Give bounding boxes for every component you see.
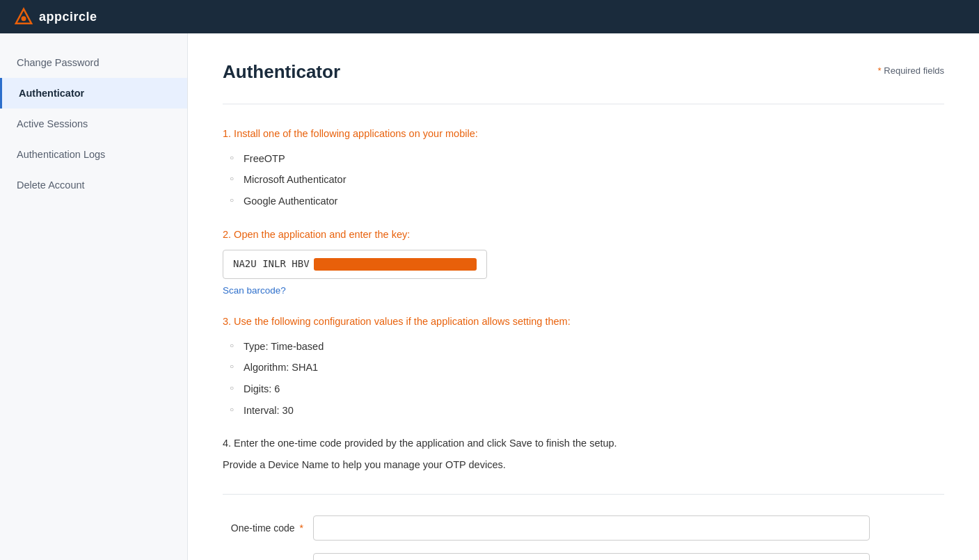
- list-item: Google Authenticator: [244, 191, 944, 212]
- list-item: Digits: 6: [244, 378, 944, 400]
- app-name: appcircle: [39, 10, 97, 24]
- otp-key-box: NA2U INLR HBV: [223, 250, 487, 279]
- step-3: 3. Use the following configuration value…: [223, 313, 944, 421]
- top-navigation: appcircle: [0, 0, 979, 33]
- otp-form-row: One-time code *: [223, 515, 944, 541]
- sidebar-item-authenticator[interactable]: Authenticator: [0, 78, 187, 109]
- step-4-text: 4. Enter the one-time code provided by t…: [223, 435, 944, 452]
- list-item: Algorithm: SHA1: [244, 357, 944, 378]
- list-item: Type: Time-based: [244, 336, 944, 358]
- required-fields-note: * Required fields: [878, 65, 944, 76]
- step-1: 1. Install one of the following applicat…: [223, 125, 944, 212]
- step-1-apps-list: FreeOTP Microsoft Authenticator Google A…: [223, 148, 944, 212]
- otp-key-redacted: [314, 258, 477, 271]
- step-4-sub: Provide a Device Name to help you manage…: [223, 456, 944, 474]
- device-name-form-row: Device Name: [223, 553, 944, 560]
- list-item: Microsoft Authenticator: [244, 169, 944, 191]
- list-item: Interval: 30: [244, 400, 944, 422]
- main-layout: Change Password Authenticator Active Ses…: [0, 33, 979, 560]
- step-4: 4. Enter the one-time code provided by t…: [223, 435, 944, 473]
- otp-required-mark: *: [297, 522, 303, 534]
- sidebar-item-authentication-logs[interactable]: Authentication Logs: [0, 139, 187, 170]
- otp-input[interactable]: [313, 515, 870, 541]
- form-section: One-time code * Device Name Cancel Save: [223, 494, 944, 560]
- app-logo-icon: [14, 7, 33, 26]
- otp-key-visible: NA2U INLR HBV: [233, 256, 310, 273]
- step-2-header: 2. Open the application and enter the ke…: [223, 226, 944, 243]
- content-header: Authenticator * Required fields: [223, 61, 944, 83]
- sidebar: Change Password Authenticator Active Ses…: [0, 33, 188, 560]
- config-list: Type: Time-based Algorithm: SHA1 Digits:…: [223, 336, 944, 422]
- step-1-header: 1. Install one of the following applicat…: [223, 125, 944, 143]
- app-logo[interactable]: appcircle: [14, 7, 97, 26]
- required-asterisk: *: [878, 65, 882, 76]
- list-item: FreeOTP: [244, 148, 944, 170]
- svg-marker-0: [16, 9, 31, 24]
- main-content: Authenticator * Required fields 1. Insta…: [188, 33, 979, 560]
- section-divider: [223, 104, 944, 104]
- scan-barcode-link[interactable]: Scan barcode?: [223, 283, 944, 299]
- step-2: 2. Open the application and enter the ke…: [223, 226, 944, 299]
- step-3-header: 3. Use the following configuration value…: [223, 313, 944, 330]
- device-name-input[interactable]: [313, 553, 870, 560]
- sidebar-item-change-password[interactable]: Change Password: [0, 47, 187, 78]
- sidebar-item-delete-account[interactable]: Delete Account: [0, 170, 187, 200]
- svg-point-1: [22, 16, 26, 21]
- page-title: Authenticator: [223, 61, 340, 83]
- sidebar-item-active-sessions[interactable]: Active Sessions: [0, 109, 187, 139]
- otp-label: One-time code *: [223, 522, 313, 534]
